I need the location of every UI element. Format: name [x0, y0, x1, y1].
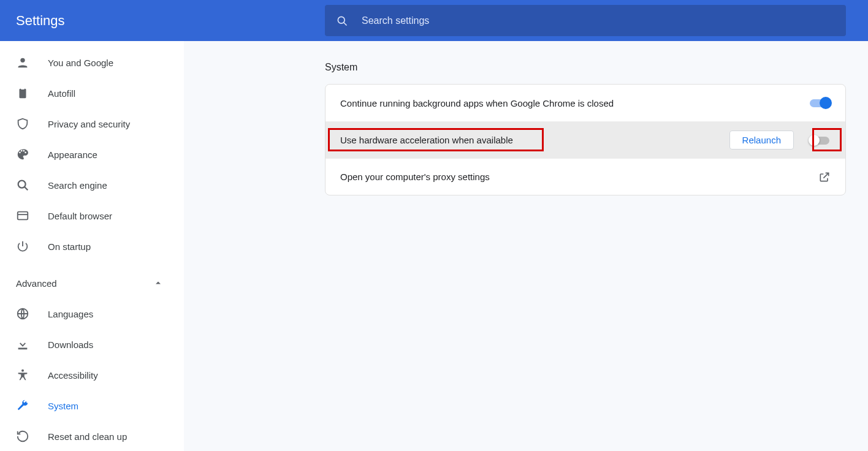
sidebar-item-search-engine[interactable]: Search engine — [0, 170, 184, 200]
sidebar-item-label: Autofill — [48, 88, 75, 99]
sidebar-item-label: Privacy and security — [48, 119, 130, 129]
sidebar-item-label: Default browser — [48, 211, 112, 221]
palette-icon — [16, 148, 29, 161]
sidebar-item-label: On startup — [48, 241, 91, 252]
sidebar-item-autofill[interactable]: Autofill — [0, 78, 184, 108]
svg-point-5 — [18, 181, 26, 188]
row-label: Continue running background apps when Go… — [340, 98, 809, 108]
sidebar-item-appearance[interactable]: Appearance — [0, 139, 184, 170]
sidebar-item-downloads[interactable]: Downloads — [0, 329, 184, 360]
svg-point-0 — [338, 17, 345, 23]
sidebar-item-on-startup[interactable]: On startup — [0, 231, 184, 262]
globe-icon — [16, 307, 29, 320]
person-icon — [16, 56, 29, 69]
svg-point-2 — [20, 58, 25, 63]
sidebar-advanced-toggle[interactable]: Advanced — [0, 268, 184, 298]
sidebar-item-default-browser[interactable]: Default browser — [0, 200, 184, 231]
search-icon — [16, 178, 29, 192]
svg-rect-7 — [18, 212, 28, 220]
relaunch-button[interactable]: Relaunch — [729, 131, 794, 150]
accessibility-icon — [16, 368, 29, 382]
sidebar-item-languages[interactable]: Languages — [0, 298, 184, 329]
svg-rect-4 — [21, 88, 25, 89]
page-title: Settings — [0, 13, 325, 29]
row-proxy-settings[interactable]: Open your computer's proxy settings — [326, 158, 845, 195]
clipboard-icon — [16, 86, 29, 100]
row-hardware-acceleration: Use hardware acceleration when available… — [326, 121, 845, 158]
sidebar-item-you-and-google[interactable]: You and Google — [0, 47, 184, 78]
sidebar-item-label: Accessibility — [48, 370, 98, 381]
sidebar-item-accessibility[interactable]: Accessibility — [0, 360, 184, 390]
advanced-label: Advanced — [16, 278, 57, 289]
sidebar-item-label: System — [48, 401, 78, 411]
sidebar-item-label: Languages — [48, 309, 93, 319]
svg-rect-10 — [18, 348, 28, 350]
svg-line-6 — [25, 187, 28, 190]
sidebar-item-label: Downloads — [48, 339, 93, 350]
row-label: Open your computer's proxy settings — [340, 172, 818, 182]
main-content: System Continue running background apps … — [184, 41, 868, 451]
sidebar-item-system[interactable]: System — [0, 390, 184, 421]
sidebar-item-label: Reset and clean up — [48, 431, 127, 442]
row-label: Use hardware acceleration when available — [340, 135, 729, 145]
power-icon — [16, 240, 29, 253]
search-settings-box[interactable] — [325, 5, 846, 36]
settings-sidebar: You and Google Autofill Privacy and secu… — [0, 41, 184, 451]
sidebar-item-privacy-security[interactable]: Privacy and security — [0, 108, 184, 139]
search-icon — [336, 15, 348, 27]
browser-icon — [16, 209, 29, 222]
search-input[interactable] — [362, 15, 835, 26]
sidebar-item-label: Search engine — [48, 180, 107, 191]
toggle-background-apps[interactable] — [809, 97, 831, 109]
shield-icon — [16, 117, 29, 131]
chevron-up-icon — [154, 279, 162, 287]
section-title: System — [325, 62, 846, 73]
system-settings-card: Continue running background apps when Go… — [325, 84, 846, 195]
wrench-icon — [16, 399, 29, 412]
download-icon — [16, 338, 29, 351]
restore-icon — [16, 430, 29, 443]
sidebar-item-reset[interactable]: Reset and clean up — [0, 421, 184, 451]
svg-rect-3 — [20, 89, 26, 99]
row-background-apps: Continue running background apps when Go… — [326, 85, 845, 121]
sidebar-item-label: Appearance — [48, 150, 97, 160]
toggle-hardware-acceleration[interactable] — [809, 134, 831, 146]
svg-point-11 — [21, 370, 24, 372]
sidebar-item-label: You and Google — [48, 58, 113, 68]
svg-line-1 — [344, 22, 347, 25]
external-link-icon — [818, 171, 831, 183]
app-header: Settings — [0, 0, 868, 41]
